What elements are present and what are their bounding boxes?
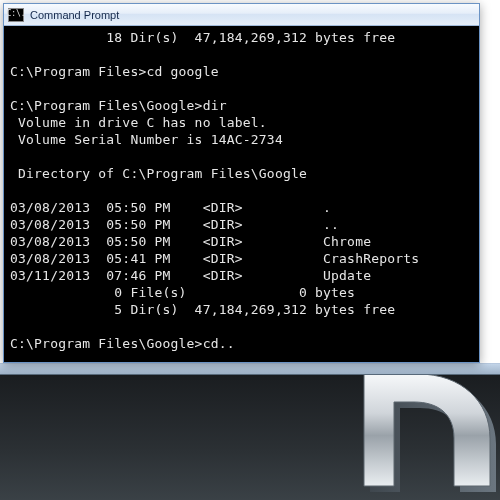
background-letter-d [334,366,500,500]
window-titlebar[interactable]: C:\. Command Prompt [4,4,479,26]
terminal-line: C:\Program Files\Google>dir [10,97,473,114]
terminal-line [10,46,473,63]
terminal-line: Volume Serial Number is 14AC-2734 [10,131,473,148]
terminal-line: C:\Program Files>cd google [10,63,473,80]
terminal-line: Directory of C:\Program Files\Google [10,165,473,182]
terminal-line: Volume in drive C has no label. [10,114,473,131]
terminal-line [10,352,473,362]
desktop-background [0,375,500,500]
terminal-line: C:\Program Files\Google>cd.. [10,335,473,352]
terminal-line: 03/08/2013 05:50 PM <DIR> . [10,199,473,216]
terminal-line: 0 File(s) 0 bytes [10,284,473,301]
terminal-line: 03/08/2013 05:41 PM <DIR> CrashReports [10,250,473,267]
command-prompt-icon: C:\. [8,8,24,22]
terminal-line: 03/08/2013 05:50 PM <DIR> .. [10,216,473,233]
terminal-line [10,80,473,97]
terminal-line: 18 Dir(s) 47,184,269,312 bytes free [10,29,473,46]
terminal-line [10,318,473,335]
terminal-line: 03/11/2013 07:46 PM <DIR> Update [10,267,473,284]
command-prompt-window: C:\. Command Prompt 18 Dir(s) 47,184,269… [3,3,480,363]
terminal-line: 5 Dir(s) 47,184,269,312 bytes free [10,301,473,318]
terminal-line: 03/08/2013 05:50 PM <DIR> Chrome [10,233,473,250]
glass-band [0,363,500,375]
terminal-line [10,148,473,165]
terminal-line [10,182,473,199]
terminal-output[interactable]: 18 Dir(s) 47,184,269,312 bytes free C:\P… [4,26,479,362]
window-title: Command Prompt [30,9,119,21]
